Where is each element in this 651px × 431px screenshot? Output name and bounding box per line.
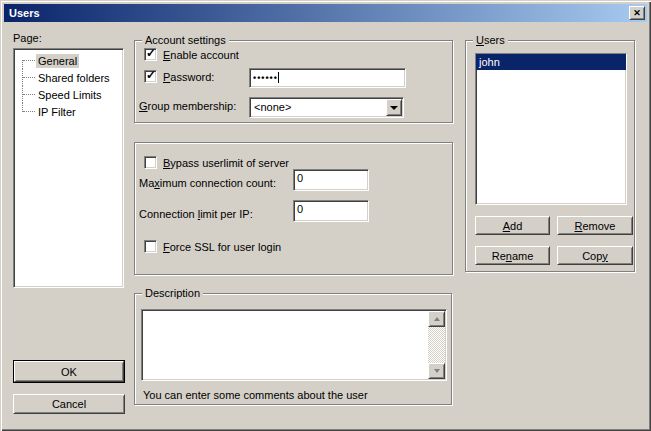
cancel-button[interactable]: Cancel — [13, 394, 125, 414]
description-textarea[interactable] — [141, 309, 447, 381]
checkmark-icon: ✓ — [146, 69, 156, 82]
enable-account-checkbox-row[interactable]: ✓ Enable account — [144, 48, 239, 61]
enable-account-label: Enable account — [163, 49, 239, 61]
users-dialog: Users ✕ Page: General Shared folders Spe… — [0, 0, 651, 431]
group-membership-select[interactable]: <none> — [249, 97, 404, 118]
copy-user-button[interactable]: Copy — [557, 246, 633, 265]
add-user-button[interactable]: Add — [475, 216, 550, 235]
connection-limits-group: Bypass userlimit of server Maximum conne… — [134, 142, 453, 275]
group-membership-label: Group membership: — [139, 100, 236, 112]
tree-connector — [14, 103, 36, 120]
rename-button-label: Rename — [492, 250, 534, 262]
bypass-userlimit-label: Bypass userlimit of server — [163, 157, 289, 169]
account-settings-group: Account settings ✓ Enable account ✓ Pass… — [134, 40, 453, 123]
password-input[interactable]: •••••• — [249, 68, 406, 88]
max-connection-count-value: 0 — [297, 172, 303, 184]
cancel-button-label: Cancel — [52, 398, 86, 410]
connection-limit-per-ip-label: Connection limit per IP: — [139, 208, 253, 220]
scrollbar-track[interactable] — [428, 327, 445, 363]
description-hint: You can enter some comments about the us… — [143, 389, 368, 401]
max-connection-count-input[interactable]: 0 — [293, 169, 369, 191]
tree-connector — [14, 86, 36, 103]
connection-limit-per-ip-value: 0 — [297, 203, 303, 215]
scroll-up-icon[interactable] — [428, 311, 445, 327]
password-checkbox[interactable]: ✓ — [144, 70, 157, 83]
force-ssl-checkbox[interactable] — [144, 240, 157, 253]
text-caret — [278, 72, 279, 83]
tree-item-shared-folders[interactable]: Shared folders — [14, 69, 123, 86]
close-icon[interactable]: ✕ — [629, 6, 645, 20]
users-caption: Users — [473, 34, 508, 47]
description-caption: Description — [142, 287, 203, 300]
users-list[interactable]: john — [475, 53, 627, 205]
rename-user-button[interactable]: Rename — [475, 246, 550, 265]
remove-button-label: Remove — [575, 220, 616, 232]
list-item[interactable]: john — [476, 54, 626, 70]
window-title: Users — [9, 7, 40, 19]
password-label: Password: — [163, 71, 214, 83]
group-membership-value: <none> — [254, 101, 291, 113]
tree-item-label[interactable]: IP Filter — [36, 105, 78, 119]
chevron-down-icon — [390, 106, 398, 110]
force-ssl-checkbox-row[interactable]: Force SSL for user login — [144, 240, 281, 253]
ok-button-ring: OK — [13, 360, 125, 383]
user-name: john — [479, 56, 500, 68]
tree-item-speed-limits[interactable]: Speed Limits — [14, 86, 123, 103]
ok-button[interactable]: OK — [14, 361, 124, 382]
dropdown-button[interactable] — [386, 99, 402, 116]
description-group: Description You can enter some comments … — [134, 293, 452, 405]
bypass-userlimit-checkbox[interactable] — [144, 156, 157, 169]
tree-connector — [14, 52, 36, 69]
tree-item-general[interactable]: General — [14, 52, 123, 69]
connection-limit-per-ip-input[interactable]: 0 — [293, 200, 369, 222]
bypass-userlimit-checkbox-row[interactable]: Bypass userlimit of server — [144, 156, 289, 169]
copy-button-label: Copy — [582, 250, 608, 262]
description-scrollbar[interactable] — [428, 311, 445, 379]
tree-item-label[interactable]: Shared folders — [36, 71, 112, 85]
add-button-label: Add — [503, 220, 523, 232]
password-checkbox-row[interactable]: ✓ Password: — [144, 70, 214, 83]
page-tree[interactable]: General Shared folders Speed Limits IP F… — [13, 48, 124, 288]
password-value: •••••• — [253, 73, 278, 83]
remove-user-button[interactable]: Remove — [557, 216, 633, 235]
max-connection-count-label: Maximum connection count: — [139, 177, 276, 189]
users-group: Users john Add Remove Rename Copy — [465, 40, 635, 272]
checkmark-icon: ✓ — [146, 47, 156, 60]
page-label: Page: — [13, 32, 42, 44]
scroll-down-icon[interactable] — [428, 363, 445, 379]
enable-account-checkbox[interactable]: ✓ — [144, 48, 157, 61]
tree-connector — [14, 69, 36, 86]
ok-button-label: OK — [61, 366, 77, 378]
force-ssl-label: Force SSL for user login — [163, 241, 281, 253]
tree-item-ip-filter[interactable]: IP Filter — [14, 103, 123, 120]
tree-item-label[interactable]: Speed Limits — [36, 88, 104, 102]
tree-item-label[interactable]: General — [36, 54, 79, 68]
title-bar[interactable]: Users ✕ — [4, 4, 647, 22]
